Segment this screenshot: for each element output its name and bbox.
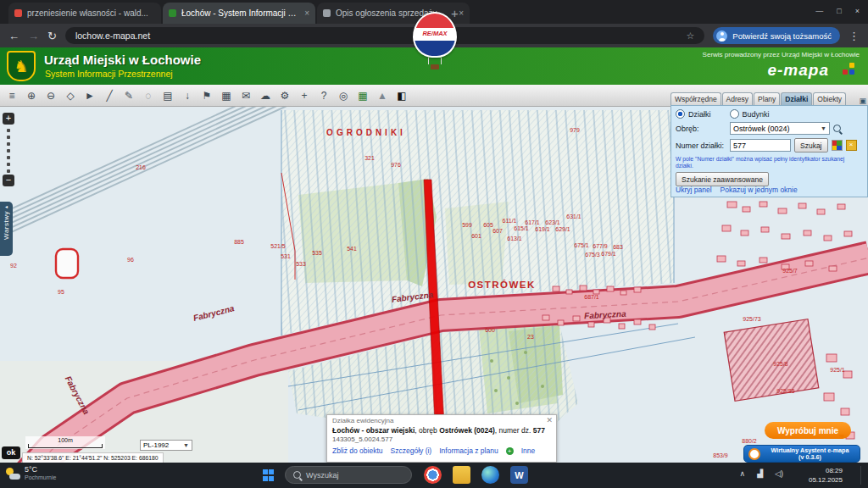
map-label: 687/1 [584,294,599,300]
refresh-icon[interactable]: ↻ [47,30,57,42]
gear-icon[interactable]: ⚙ [277,88,292,103]
map-label: 321 [364,155,375,161]
message-icon[interactable]: ✉ [238,88,253,103]
minimize-icon[interactable]: — [815,7,823,15]
weather-temp: 5°C [25,465,56,474]
zoom-out-icon[interactable]: ⊖ [43,88,58,103]
zoom-in-icon[interactable]: ⊕ [24,88,39,103]
layers-panel-tab[interactable]: ◂ Warstwy [0,202,13,256]
map-zoom-in-button[interactable]: + [3,113,14,125]
map-label: 629/1 [555,226,570,232]
map-label: 535 [312,250,322,256]
marker-icon[interactable]: ⚑ [199,88,214,103]
map-label: 92 [10,263,17,269]
taskbar-clock[interactable]: 08:29 05.12.2025 [809,466,843,485]
chrome-icon[interactable] [424,466,442,484]
map-label: 677/9 [593,243,608,249]
legend-colored-icon[interactable]: ▦ [355,88,370,103]
crs-select[interactable]: PL-1992 ▼ [140,440,192,451]
browser-menu-icon[interactable]: ⋮ [849,30,860,42]
start-button[interactable] [263,469,275,481]
emapa-logo-pixels [843,63,854,75]
help-icon[interactable]: ? [316,88,331,103]
plan-plus-icon[interactable]: + [506,447,514,455]
pointer-icon[interactable]: ► [82,88,97,103]
search-hint: W pole "Numer działki" można wpisać pełn… [676,156,863,169]
locate-icon[interactable]: ◎ [336,88,351,103]
layers-search-icon[interactable] [832,140,843,151]
clock-date: 05.12.2025 [809,475,843,485]
swatch-icon[interactable]: ◧ [394,88,409,103]
popup-link[interactable]: Szczegóły (i) [391,446,432,455]
numer-dzialki-input[interactable] [730,139,791,152]
measure-icon[interactable]: ╱ [102,88,117,103]
panel-tab-wsprzdne[interactable]: Współrzędne [670,92,721,105]
map-label: 95 [58,289,64,295]
map-label: 613/1 [507,236,522,241]
browser-tab[interactable]: przeniesienie własności - wald... [8,3,161,24]
tab-close-icon[interactable]: × [459,8,464,18]
close-icon[interactable]: × [855,7,860,15]
north-arrow-icon[interactable]: ▲ [375,88,390,103]
layers-icon[interactable]: ≡ [4,88,19,103]
advanced-search-button[interactable]: Szukanie zaawansowane [676,172,769,186]
popup-close-icon[interactable]: ✕ [546,416,553,424]
popup-link[interactable]: Inne [521,446,536,455]
szukaj-button[interactable]: Szukaj [794,138,828,152]
parcel-description-part: , numer dz. [495,426,533,435]
service-note: Serwis prowadzony przez Urząd Miejski w … [703,51,860,58]
try-me-button[interactable]: Wypróbuj mnie [765,422,851,439]
popup-link[interactable]: Zbliż do obiektu [332,446,383,455]
obreb-select[interactable]: Ostrówek (0024) ▼ [730,122,830,135]
download-icon[interactable]: ↓ [180,88,195,103]
network-icon[interactable]: ▟ [757,469,763,478]
map-label: 631/1 [566,214,581,219]
popup-link[interactable]: Informacja z planu [439,446,498,455]
bookmark-star-icon[interactable]: ☆ [686,30,694,42]
panel-tab-obiekty[interactable]: Obiekty [813,92,846,105]
panel-tab-dziaki[interactable]: Działki [781,92,812,105]
panel-tab-plany[interactable]: Plany [754,92,780,105]
grid-icon[interactable]: ▦ [219,88,234,103]
parcel-id: 143305_5.0024.577 [332,435,551,443]
radio-dzialki[interactable] [676,109,685,119]
folder-icon[interactable] [453,466,470,484]
map-zoom-out-button[interactable]: − [3,175,14,186]
map-label: 885 [234,239,244,245]
map-label: 976 [391,162,401,168]
back-icon[interactable]: ← [8,30,19,42]
print-icon[interactable]: ▤ [160,88,175,103]
forward-icon[interactable]: → [28,30,39,42]
maximize-icon[interactable]: □ [837,7,841,15]
taskbar-search[interactable]: Wyszukaj [285,466,412,484]
scale-bar: 100m [25,436,105,449]
volume-icon[interactable]: ◁) [775,469,783,478]
select-shape-icon[interactable]: ◇ [63,88,78,103]
tab-close-icon[interactable]: × [304,8,309,18]
zoom-slider[interactable] [7,129,10,173]
virtual-assistant-button[interactable]: Wirtualny Asystent e-mapa(v 0.3.6) [743,445,860,463]
add-tool-icon[interactable]: + [297,88,312,103]
word-icon[interactable]: W [510,466,528,484]
chevron-up-icon[interactable]: ∧ [740,469,746,478]
search-obreb-icon[interactable] [833,125,841,132]
hide-panel-link[interactable]: Ukryj panel [676,186,712,194]
panel-undock-icon[interactable]: ▣ [859,97,868,105]
panel-tab-adresy[interactable]: Adresy [722,92,753,105]
clear-search-icon[interactable]: × [846,140,857,151]
identity-button[interactable]: Potwierdź swoją tożsamość [713,27,840,44]
logo-pixel [849,69,854,75]
show-desktop-button[interactable] [860,466,861,485]
ok-button[interactable]: ok [2,446,20,459]
radio-budynki[interactable] [730,109,739,119]
taskbar-weather[interactable]: 5°C Pochmurnie [5,465,56,481]
browser-tab[interactable]: Łochów - System Informacji Pr...× [163,3,315,24]
radio-dzialki-label: Działki [688,110,711,119]
url-field[interactable]: lochow.e-mapa.net ☆ [65,27,704,44]
map-label: OGRODNIKI [326,128,406,137]
cloud-icon[interactable]: ☁ [258,88,273,103]
lasso-icon[interactable]: ◌ [141,88,156,103]
edge-icon[interactable] [481,466,499,484]
single-window-link[interactable]: Pokazuj w jednym oknie [721,186,798,194]
draw-icon[interactable]: ✎ [121,88,136,103]
